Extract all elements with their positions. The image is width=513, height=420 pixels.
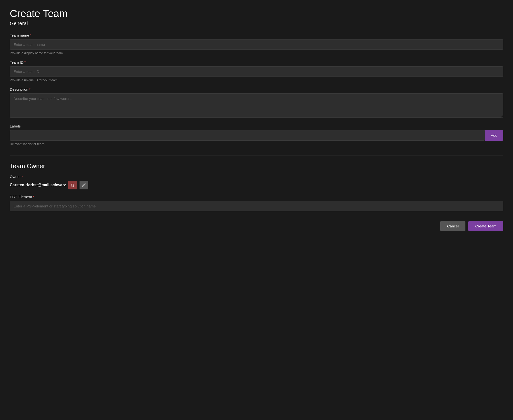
footer-actions: Cancel Create Team <box>10 221 503 231</box>
trash-icon <box>71 183 75 187</box>
team-id-hint: Provide a unique ID for your team. <box>10 78 503 82</box>
description-input[interactable] <box>10 93 503 118</box>
section-divider <box>10 156 503 156</box>
owner-value: Carsten.Herbst@mail.schwarz <box>10 183 66 187</box>
team-name-field-group: Team name* Provide a display name for yo… <box>10 33 503 55</box>
team-owner-heading: Team Owner <box>10 163 503 170</box>
delete-owner-button[interactable] <box>68 181 77 189</box>
psp-element-input[interactable] <box>10 201 503 211</box>
psp-element-field-group: PSP-Element* <box>10 195 503 211</box>
description-label: Description* <box>10 87 503 91</box>
team-owner-section: Team Owner Owner* Carsten.Herbst@mail.sc… <box>10 163 503 211</box>
labels-input[interactable] <box>10 130 485 141</box>
team-name-label: Team name* <box>10 33 503 37</box>
labels-hint: Relevant labels for team. <box>10 142 503 146</box>
team-id-input[interactable] <box>10 66 503 77</box>
page-title: Create Team <box>10 8 503 20</box>
owner-field-group: Owner* Carsten.Herbst@mail.schwarz <box>10 175 503 189</box>
edit-owner-button[interactable] <box>80 181 88 189</box>
pencil-icon <box>82 183 86 187</box>
general-section: General Team name* Provide a display nam… <box>10 20 503 146</box>
create-team-button[interactable]: Create Team <box>468 221 503 231</box>
owner-label: Owner* <box>10 175 503 179</box>
labels-field-group: Labels Add Relevant labels for team. <box>10 124 503 146</box>
general-section-heading: General <box>10 20 503 26</box>
labels-label: Labels <box>10 124 503 128</box>
team-id-field-group: Team ID* Provide a unique ID for your te… <box>10 60 503 82</box>
labels-input-row: Add <box>10 130 503 141</box>
team-name-hint: Provide a display name for your team. <box>10 51 503 55</box>
team-name-input[interactable] <box>10 39 503 50</box>
cancel-button[interactable]: Cancel <box>440 221 465 231</box>
owner-row: Carsten.Herbst@mail.schwarz <box>10 181 503 189</box>
psp-element-label: PSP-Element* <box>10 195 503 199</box>
team-id-label: Team ID* <box>10 60 503 64</box>
description-field-group: Description* <box>10 87 503 119</box>
add-label-button[interactable]: Add <box>485 130 503 141</box>
